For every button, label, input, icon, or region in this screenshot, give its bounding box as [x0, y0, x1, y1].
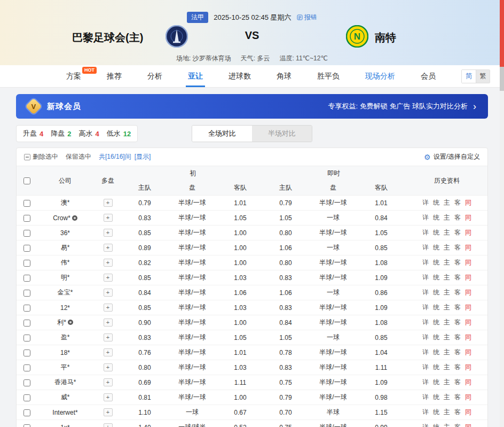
- history-link-同[interactable]: 同: [465, 304, 471, 311]
- history-link-客[interactable]: 客: [454, 423, 461, 427]
- history-link-同[interactable]: 同: [465, 214, 471, 221]
- history-link-统[interactable]: 统: [433, 319, 439, 326]
- history-link-详[interactable]: 详: [422, 199, 429, 206]
- row-checkbox[interactable]: [23, 200, 30, 207]
- company-name[interactable]: 威*: [61, 393, 70, 401]
- history-link-主[interactable]: 主: [444, 378, 450, 386]
- settings-button[interactable]: ⚙ 设置/选择自定义: [424, 152, 480, 161]
- row-checkbox[interactable]: [23, 305, 30, 312]
- history-link-主[interactable]: 主: [444, 274, 450, 281]
- history-link-主[interactable]: 主: [444, 244, 450, 251]
- company-name[interactable]: 伟*: [61, 259, 70, 266]
- tab-亚让[interactable]: 亚让: [188, 65, 203, 87]
- history-link-客[interactable]: 客: [454, 319, 461, 326]
- history-link-主[interactable]: 主: [444, 229, 450, 236]
- row-checkbox[interactable]: [23, 409, 30, 416]
- expand-multi-button[interactable]: +: [104, 423, 113, 427]
- expand-multi-button[interactable]: +: [104, 199, 113, 207]
- history-link-主[interactable]: 主: [444, 348, 450, 356]
- row-checkbox[interactable]: [23, 245, 30, 252]
- row-checkbox[interactable]: [23, 335, 30, 341]
- league-badge[interactable]: 法甲: [187, 12, 208, 23]
- history-link-同[interactable]: 同: [465, 229, 471, 236]
- half-match-toggle[interactable]: 半场对比: [252, 126, 312, 142]
- history-link-同[interactable]: 同: [465, 348, 471, 356]
- history-link-主[interactable]: 主: [444, 423, 450, 427]
- expand-multi-button[interactable]: +: [104, 244, 113, 252]
- history-link-统[interactable]: 统: [433, 408, 439, 416]
- company-name[interactable]: 平*: [61, 363, 70, 371]
- history-link-详[interactable]: 详: [422, 333, 429, 341]
- expand-multi-button[interactable]: +: [104, 289, 113, 297]
- expand-multi-button[interactable]: +: [104, 378, 113, 386]
- history-link-统[interactable]: 统: [433, 348, 439, 356]
- history-link-同[interactable]: 同: [465, 408, 471, 416]
- expand-multi-button[interactable]: +: [104, 214, 113, 222]
- history-link-统[interactable]: 统: [433, 244, 439, 251]
- history-link-详[interactable]: 详: [422, 244, 429, 251]
- history-link-主[interactable]: 主: [444, 319, 450, 326]
- history-link-统[interactable]: 统: [433, 333, 439, 341]
- history-link-统[interactable]: 统: [433, 289, 439, 296]
- history-link-同[interactable]: 同: [465, 393, 471, 401]
- row-checkbox[interactable]: [23, 290, 30, 297]
- history-link-同[interactable]: 同: [465, 259, 471, 266]
- row-checkbox[interactable]: [23, 260, 30, 267]
- history-link-客[interactable]: 客: [454, 244, 461, 251]
- lang-traditional-button[interactable]: 繁: [476, 70, 490, 83]
- tab-角球[interactable]: 角球: [277, 65, 292, 87]
- history-link-详[interactable]: 详: [422, 214, 429, 221]
- history-link-主[interactable]: 主: [444, 408, 450, 416]
- row-checkbox[interactable]: [23, 230, 30, 237]
- history-link-详[interactable]: 详: [422, 363, 429, 371]
- history-link-详[interactable]: 详: [422, 274, 429, 281]
- history-link-客[interactable]: 客: [454, 363, 461, 371]
- history-link-主[interactable]: 主: [444, 199, 450, 206]
- company-name[interactable]: Crow*: [53, 214, 70, 222]
- expand-multi-button[interactable]: +: [104, 348, 113, 356]
- history-link-同[interactable]: 同: [465, 274, 471, 281]
- expand-multi-button[interactable]: +: [104, 274, 113, 282]
- history-link-客[interactable]: 客: [454, 408, 461, 416]
- history-link-客[interactable]: 客: [454, 259, 461, 266]
- expand-multi-button[interactable]: +: [104, 393, 113, 401]
- history-link-统[interactable]: 统: [433, 423, 439, 427]
- history-link-同[interactable]: 同: [465, 199, 471, 206]
- history-link-统[interactable]: 统: [433, 274, 439, 281]
- history-link-详[interactable]: 详: [422, 229, 429, 236]
- history-link-详[interactable]: 详: [422, 259, 429, 266]
- row-checkbox[interactable]: [23, 350, 30, 356]
- history-link-同[interactable]: 同: [465, 378, 471, 386]
- history-link-同[interactable]: 同: [465, 319, 471, 326]
- history-link-同[interactable]: 同: [465, 333, 471, 341]
- tab-进球数[interactable]: 进球数: [229, 65, 251, 87]
- expand-multi-button[interactable]: +: [104, 319, 113, 327]
- company-name[interactable]: 易*: [61, 244, 70, 251]
- history-link-客[interactable]: 客: [454, 199, 461, 206]
- history-link-详[interactable]: 详: [422, 289, 429, 296]
- history-link-客[interactable]: 客: [454, 289, 461, 296]
- row-checkbox[interactable]: [23, 215, 30, 222]
- company-name[interactable]: 盈*: [61, 333, 70, 341]
- history-link-统[interactable]: 统: [433, 229, 439, 236]
- history-link-主[interactable]: 主: [444, 214, 450, 221]
- delete-selected-button[interactable]: 删除选中: [24, 152, 58, 161]
- history-link-详[interactable]: 详: [422, 408, 429, 416]
- company-name[interactable]: 18*: [60, 349, 70, 356]
- history-link-同[interactable]: 同: [465, 289, 471, 296]
- history-link-详[interactable]: 详: [422, 378, 429, 386]
- page-scrollbar[interactable]: [500, 0, 504, 427]
- scrollbar-thumb[interactable]: [500, 0, 504, 67]
- history-link-统[interactable]: 统: [433, 393, 439, 401]
- row-checkbox[interactable]: [23, 424, 30, 427]
- history-link-主[interactable]: 主: [444, 393, 450, 401]
- history-link-同[interactable]: 同: [465, 363, 471, 371]
- expand-multi-button[interactable]: +: [104, 333, 113, 341]
- tab-分析[interactable]: 分析: [147, 65, 162, 87]
- report-error-link[interactable]: 报错: [297, 13, 317, 22]
- keep-selected-button[interactable]: 保留选中: [66, 152, 91, 161]
- history-link-客[interactable]: 客: [454, 333, 461, 341]
- full-match-toggle[interactable]: 全场对比: [192, 126, 252, 142]
- company-name[interactable]: 明*: [61, 274, 70, 281]
- tab-方案[interactable]: 方案HOT: [66, 65, 81, 87]
